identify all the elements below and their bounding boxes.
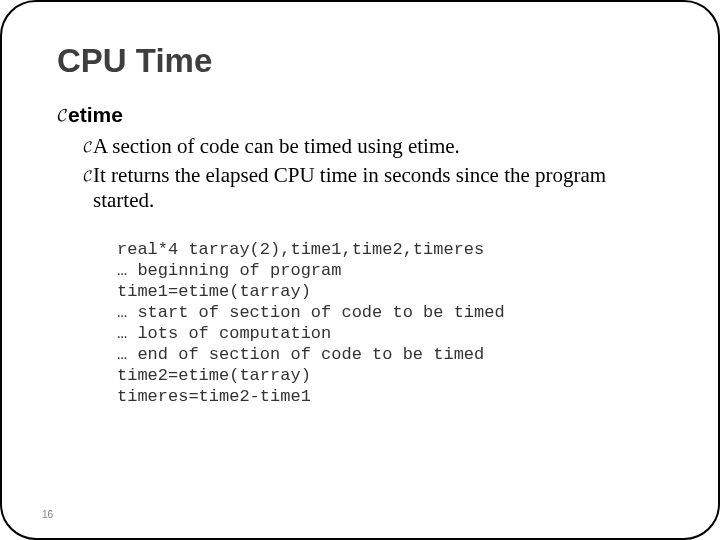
code-line: time2=etime(tarray) xyxy=(117,366,311,385)
page-number: 16 xyxy=(42,509,53,520)
slide-frame: CPU Time 𝓒 etime 𝓒 A section of code can… xyxy=(0,0,720,540)
code-line: … beginning of program xyxy=(117,261,341,280)
code-line: … start of section of code to be timed xyxy=(117,303,505,322)
script-bullet-icon: 𝓒 xyxy=(83,134,91,159)
bullet-level2: 𝓒 It returns the elapsed CPU time in sec… xyxy=(83,163,663,213)
code-line: … end of section of code to be timed xyxy=(117,345,484,364)
bullet-level2-text: A section of code can be timed using eti… xyxy=(93,134,460,159)
bullet-level1: 𝓒 etime xyxy=(57,102,663,128)
code-line: timeres=time2-time1 xyxy=(117,387,311,406)
code-line: … lots of computation xyxy=(117,324,331,343)
slide-title: CPU Time xyxy=(57,42,663,80)
bullet-level2-text: It returns the elapsed CPU time in secon… xyxy=(93,163,663,213)
code-block: real*4 tarray(2),time1,time2,timeres … b… xyxy=(117,239,663,407)
script-bullet-icon: 𝓒 xyxy=(83,163,91,188)
bullet-level1-text: etime xyxy=(68,102,123,128)
code-line: real*4 tarray(2),time1,time2,timeres xyxy=(117,240,484,259)
bullet-level2: 𝓒 A section of code can be timed using e… xyxy=(83,134,663,159)
script-bullet-icon: 𝓒 xyxy=(57,102,66,128)
code-line: time1=etime(tarray) xyxy=(117,282,311,301)
